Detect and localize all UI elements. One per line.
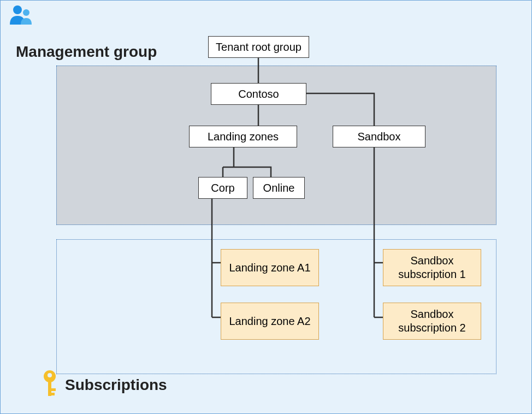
svg-rect-6 — [51, 393, 55, 395]
svg-point-1 — [23, 9, 29, 16]
subscription-landing-zone-a2: Landing zone A2 — [221, 303, 319, 340]
subscription-landing-zone-a1: Landing zone A1 — [221, 249, 319, 286]
people-icon — [8, 4, 34, 30]
node-contoso: Contoso — [211, 83, 306, 105]
node-tenant-root: Tenant root group — [208, 36, 309, 58]
node-corp: Corp — [198, 177, 247, 199]
subscription-sandbox-1: Sandbox subscription 1 — [383, 249, 481, 286]
key-icon — [39, 370, 61, 400]
node-online: Online — [253, 177, 305, 199]
node-sandbox: Sandbox — [333, 126, 425, 147]
section-title-management-group: Management group — [16, 43, 157, 61]
svg-rect-4 — [48, 381, 51, 396]
subscription-sandbox-2: Sandbox subscription 2 — [383, 303, 481, 340]
svg-point-3 — [48, 373, 52, 377]
section-title-subscriptions: Subscriptions — [65, 376, 167, 394]
diagram-canvas: Management group Subscriptions — [0, 0, 532, 414]
svg-point-0 — [13, 5, 22, 14]
node-landing-zones: Landing zones — [189, 126, 297, 147]
svg-rect-5 — [51, 388, 56, 391]
